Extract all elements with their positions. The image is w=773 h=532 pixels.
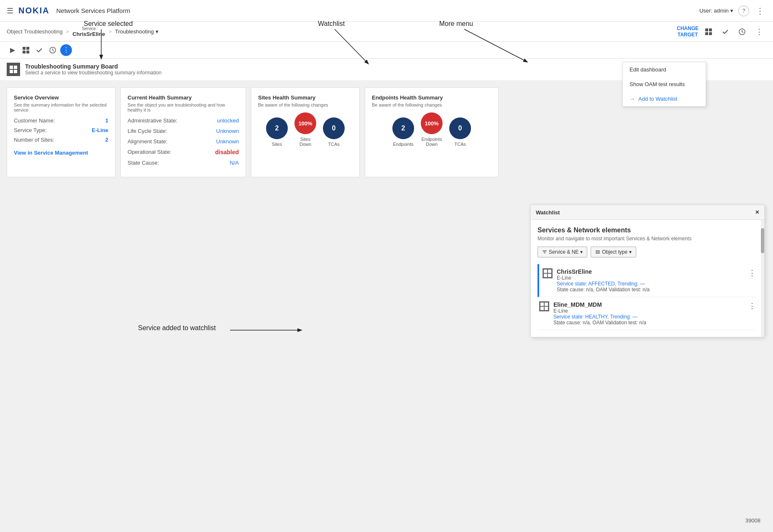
current-health-desc: See the object you are troubleshooting a… (128, 102, 239, 112)
scrollbar[interactable] (761, 220, 764, 337)
play-icon-btn[interactable]: ▶ (7, 44, 18, 56)
sites-circle-3: 0 TCAs (323, 117, 345, 147)
watchlist-filters: Service & NE ▾ Object type ▾ (538, 247, 756, 257)
watchlist-item-2-actions[interactable]: ⋮ (748, 301, 756, 311)
breadcrumb-bar: Object Troubleshooting > Service ChrisSr… (0, 22, 773, 42)
breadcrumb-dropdown-troubleshooting[interactable]: Troubleshooting ▾ (115, 28, 159, 35)
breadcrumb-item-object-troubleshooting[interactable]: Object Troubleshooting (7, 28, 63, 35)
num-sites-row: Number of Sites: 2 (14, 137, 108, 143)
endpoints-circles: 2 Endpoints 100% EndpointsDown 0 TCAs (372, 112, 491, 147)
watchlist-item-2-type: E-Line (553, 308, 646, 314)
svg-rect-6 (26, 47, 29, 50)
breadcrumb-more-dots[interactable]: ⋮ (752, 25, 766, 38)
top-nav: ☰ NOKIA Network Services Platform User: … (0, 0, 773, 22)
view-in-service-management-link[interactable]: View in Service Management (14, 150, 108, 156)
check-icon-btn[interactable] (719, 25, 732, 38)
user-admin[interactable]: User: admin ▾ (699, 8, 733, 14)
watchlist-body: Services & Network elements Monitor and … (531, 220, 764, 337)
endpoints-circle-2: 100% EndpointsDown (421, 112, 443, 147)
service-icon-1 (543, 268, 553, 278)
scrollbar-thumb[interactable] (761, 228, 764, 253)
more-menu-add-watchlist[interactable]: → Add to Watchlist (623, 92, 706, 106)
dashboard2-icon-btn[interactable] (20, 44, 32, 56)
svg-rect-13 (14, 70, 17, 73)
endpoints-count-circle: 2 (392, 117, 414, 139)
watchlist-item-1-details: ChrisSrEline E-Line Service state: AFFEC… (557, 268, 650, 293)
hamburger-icon[interactable]: ☰ (7, 6, 13, 15)
more-active-icon-btn[interactable]: ⋮ (60, 44, 72, 56)
watchlist-item-1-cause: State cause: n/a, OAM Validation test: n… (557, 287, 650, 293)
watchlist-item-2-cause: State cause: n/a, OAM Validation test: n… (553, 320, 646, 326)
more-menu-icon[interactable]: ⋮ (754, 4, 766, 18)
nokia-logo: NOKIA (18, 6, 49, 15)
watchlist-item-1-name: ChrisSrEline (557, 268, 650, 275)
current-health-title: Current Health Summary (128, 94, 239, 101)
svg-rect-12 (10, 70, 13, 73)
watchlist-panel: Watchlist × Services & Network elements … (530, 205, 765, 337)
nav-title: Network Services Platform (56, 7, 130, 14)
service-overview-title: Service Overview (14, 94, 108, 101)
breadcrumb-service[interactable]: Service ChrisSrEline (72, 26, 105, 37)
filter-service-ne[interactable]: Service & NE ▾ (538, 247, 587, 257)
operational-state-row: Operational State: disabled (128, 149, 239, 155)
endpoints-health-desc: Be aware of the following changes (372, 102, 491, 107)
watchlist-header: Watchlist × (531, 205, 764, 220)
svg-rect-3 (709, 32, 712, 35)
svg-rect-8 (26, 51, 29, 53)
customer-name-row: Customer Name: 1 (14, 117, 108, 124)
admin-state-row: Administrative State: unlocked (128, 117, 239, 124)
more-menu-show-oam[interactable]: Show OAM test results (623, 77, 706, 92)
sites-label: Sites (272, 142, 282, 147)
service-type-row: Service Type: E-Line (14, 127, 108, 133)
board-title: Troubleshooting Summary Board (25, 63, 161, 70)
lifecycle-state-row: Life Cycle State: Unknown (128, 128, 239, 134)
svg-rect-2 (705, 32, 708, 35)
sites-tca-label: TCAs (328, 142, 340, 147)
sites-circle-1: 2 Sites (266, 117, 288, 147)
watchlist-item-2[interactable]: Eline_MDM_MDM E-Line Service state: HEAL… (538, 297, 756, 330)
watchlist-item-2-name: Eline_MDM_MDM (553, 301, 646, 308)
svg-rect-1 (709, 28, 712, 31)
filter-object-type[interactable]: Object type ▾ (591, 247, 636, 257)
state-cause-row: State Cause: N/A (128, 160, 239, 166)
breadcrumb-separator: > (66, 28, 69, 35)
more-menu-edit-dashboard[interactable]: Edit dashboard (623, 62, 706, 77)
watchlist-header-label: Watchlist (536, 209, 560, 216)
sites-down-circle: 100% (294, 112, 316, 134)
board-subtitle: Select a service to view troubleshooting… (25, 70, 161, 76)
watchlist-subtitle: Monitor and navigate to most important S… (538, 236, 756, 242)
endpoints-circle-1: 2 Endpoints (392, 117, 414, 147)
info-bar-text: Troubleshooting Summary Board Select a s… (25, 63, 161, 76)
endpoints-circle-3: 0 TCAs (449, 117, 471, 147)
endpoints-health-title: Endpoints Health Summary (372, 94, 491, 101)
page-number: 39008 (745, 517, 760, 524)
history-icon-btn[interactable] (735, 25, 749, 38)
sites-count-circle: 2 (266, 117, 288, 139)
breadcrumb-sep2: > (108, 28, 112, 35)
help-button[interactable]: ? (738, 5, 749, 16)
more-menu-popup: Edit dashboard Show OAM test results → A… (622, 62, 706, 107)
history2-icon-btn[interactable] (47, 44, 59, 56)
svg-text:Service added to watchlist: Service added to watchlist (138, 324, 216, 331)
endpoints-down-circle: 100% (421, 112, 443, 134)
watchlist-close-icon[interactable]: × (755, 209, 759, 216)
service-overview-card: Service Overview See the summary informa… (7, 87, 115, 177)
svg-rect-11 (14, 66, 17, 69)
breadcrumb-service-label: Service (82, 26, 96, 31)
sites-health-desc: Be aware of the following changes (258, 102, 353, 107)
action-toolbar: ▶ ⋮ (0, 42, 773, 59)
watchlist-item-2-details: Eline_MDM_MDM E-Line Service state: HEAL… (553, 301, 646, 326)
svg-rect-7 (23, 51, 26, 53)
endpoints-tca-label: TCAs (454, 142, 466, 147)
sites-down-label: SitesDown (299, 137, 311, 147)
dashboard-icon-btn[interactable] (702, 25, 715, 38)
watchlist-item-1[interactable]: ChrisSrEline E-Line Service state: AFFEC… (538, 264, 756, 297)
breadcrumb-service-value: ChrisSrEline (72, 31, 105, 37)
endpoints-health-card: Endpoints Health Summary Be aware of the… (365, 87, 499, 177)
sites-tca-circle: 0 (323, 117, 345, 139)
svg-rect-10 (10, 66, 13, 69)
change-target-button[interactable]: CHANGETARGET (677, 25, 699, 38)
watchlist-item-1-actions[interactable]: ⋮ (748, 268, 756, 277)
check2-icon-btn[interactable] (33, 44, 45, 56)
watchlist-item-2-state: Service state: HEALTHY, Trending: — (553, 314, 646, 320)
